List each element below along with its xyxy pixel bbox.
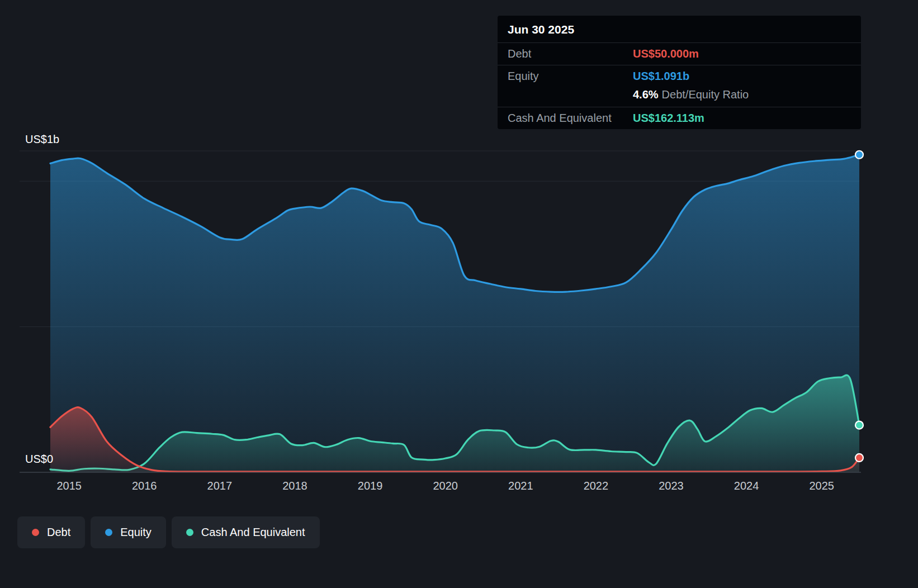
tooltip-cash-row: Cash And Equivalent US$162.113m: [498, 107, 861, 129]
tooltip-cash-label: Cash And Equivalent: [508, 112, 633, 125]
x-tick-2021: 2021: [508, 480, 533, 492]
debt-legend-dot-icon: [32, 529, 39, 536]
cash-and-equivalent-endpoint-marker[interactable]: [855, 421, 863, 429]
tooltip-equity-value: US$1.091b: [633, 70, 689, 83]
x-tick-2025: 2025: [809, 480, 834, 492]
x-tick-2019: 2019: [358, 480, 383, 492]
tooltip-debt-label: Debt: [508, 48, 633, 60]
y-axis-label-0: US$0: [25, 453, 53, 466]
x-tick-2023: 2023: [659, 480, 684, 492]
chart-legend: DebtEquityCash And Equivalent: [17, 516, 320, 548]
tooltip-debt-value: US$50.000m: [633, 48, 699, 60]
legend-label: Cash And Equivalent: [201, 526, 305, 539]
x-axis: 2015201620172018201920202021202220232024…: [0, 480, 918, 496]
legend-item-cash-and-equivalent[interactable]: Cash And Equivalent: [172, 516, 320, 548]
legend-label: Equity: [120, 526, 152, 539]
legend-item-equity[interactable]: Equity: [91, 516, 166, 548]
equity-legend-dot-icon: [105, 529, 112, 536]
tooltip-equity-label: Equity: [508, 70, 633, 83]
debt-endpoint-marker[interactable]: [855, 454, 863, 462]
tooltip-date: Jun 30 2025: [498, 16, 861, 43]
legend-label: Debt: [47, 526, 70, 539]
tooltip-debt-row: Debt US$50.000m: [498, 43, 861, 65]
chart-tooltip: Jun 30 2025 Debt US$50.000m Equity US$1.…: [498, 16, 861, 129]
tooltip-ratio-value: 4.6%Debt/Equity Ratio: [633, 88, 749, 101]
x-tick-2015: 2015: [56, 480, 82, 492]
cash-and-equivalent-legend-dot-icon: [186, 529, 193, 536]
x-tick-2024: 2024: [734, 480, 759, 492]
ratio-number: 4.6%: [633, 88, 659, 101]
tooltip-ratio-row: 4.6%Debt/Equity Ratio: [498, 87, 861, 107]
equity-endpoint-marker[interactable]: [855, 151, 863, 159]
legend-item-debt[interactable]: Debt: [17, 516, 85, 548]
x-tick-2018: 2018: [282, 480, 307, 492]
y-axis-label-1b: US$1b: [25, 133, 59, 146]
x-tick-2020: 2020: [433, 480, 458, 492]
x-tick-2016: 2016: [132, 480, 157, 492]
x-tick-2022: 2022: [584, 480, 609, 492]
x-tick-2017: 2017: [207, 480, 233, 492]
debt-equity-history-page: US$1b US$0 20152016201720182019202020212…: [0, 0, 918, 588]
tooltip-cash-value: US$162.113m: [633, 112, 704, 125]
tooltip-equity-row: Equity US$1.091b: [498, 65, 861, 87]
ratio-label: Debt/Equity Ratio: [662, 88, 749, 101]
